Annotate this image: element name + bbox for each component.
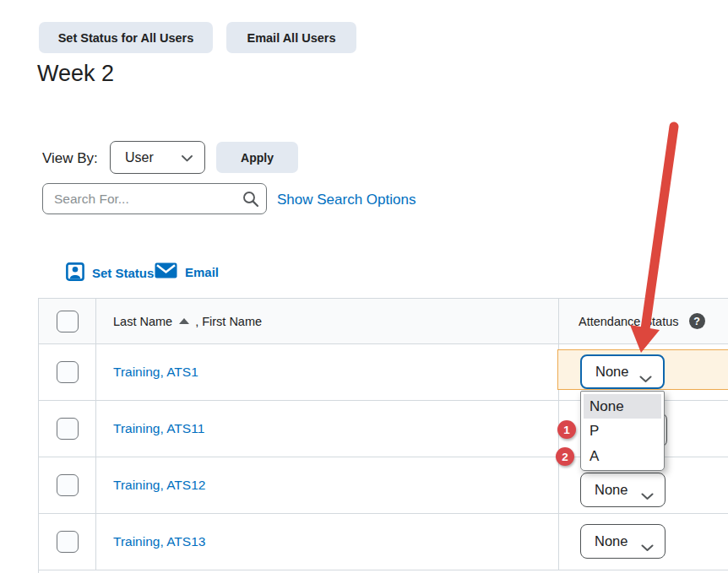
dropdown-option-present[interactable]: P — [581, 419, 664, 444]
show-search-options-link[interactable]: Show Search Options — [277, 192, 416, 208]
chevron-down-icon — [641, 539, 654, 555]
chevron-down-icon — [641, 488, 654, 504]
chevron-down-icon — [182, 150, 193, 165]
attendance-status-select-row3[interactable]: None — [580, 473, 666, 507]
sort-ascending-icon — [179, 318, 189, 324]
search-icon[interactable] — [242, 191, 259, 208]
user-name-link[interactable]: Training, ATS1 — [113, 365, 198, 380]
dropdown-option-none[interactable]: None — [584, 394, 661, 419]
row-checkbox[interactable] — [57, 474, 79, 496]
apply-button[interactable]: Apply — [216, 142, 298, 173]
annotation-step-1-badge: 1 — [557, 420, 576, 439]
envelope-icon — [155, 262, 177, 281]
set-status-all-users-button[interactable]: Set Status for All Users — [39, 22, 213, 53]
view-by-label: View By: — [42, 150, 98, 167]
row-checkbox[interactable] — [57, 361, 79, 383]
user-name-link[interactable]: Training, ATS12 — [113, 478, 205, 493]
row-checkbox[interactable] — [57, 418, 79, 440]
table-header-row: Last Name , First Name Attendance Status… — [39, 299, 728, 344]
last-name-sort-label[interactable]: Last Name — [113, 315, 172, 328]
attendance-register-page: Set Status for All Users Email All Users… — [0, 0, 728, 573]
selected-status-value: None — [595, 482, 627, 498]
status-column-header: Attendance Status ? — [559, 299, 728, 343]
status-dropdown-menu: None P A — [580, 391, 665, 471]
annotation-step-2-badge: 2 — [556, 447, 574, 466]
search-input[interactable] — [43, 184, 236, 214]
page-title: Week 2 — [37, 61, 114, 87]
person-icon — [66, 262, 84, 284]
attendance-status-label: Attendance Status — [579, 315, 679, 328]
email-action-link[interactable]: Email — [155, 262, 219, 281]
user-name-link[interactable]: Training, ATS11 — [113, 421, 204, 436]
selected-status-value: None — [595, 533, 627, 549]
help-icon[interactable]: ? — [689, 313, 705, 329]
view-by-select[interactable]: User — [110, 141, 205, 174]
select-all-checkbox[interactable] — [57, 311, 79, 332]
first-name-label: , First Name — [195, 315, 262, 328]
header-checkbox-cell — [39, 299, 96, 343]
name-column-header[interactable]: Last Name , First Name — [96, 299, 559, 343]
view-by-selected-value: User — [125, 150, 154, 165]
dropdown-option-absent[interactable]: A — [581, 444, 664, 469]
email-action-label: Email — [185, 265, 219, 279]
selected-status-value: None — [595, 364, 628, 380]
chevron-down-icon — [639, 370, 652, 387]
attendance-status-select-row1[interactable]: None — [580, 354, 665, 389]
user-name-link[interactable]: Training, ATS13 — [113, 534, 205, 549]
set-status-action-label: Set Status — [92, 266, 154, 280]
email-all-users-button[interactable]: Email All Users — [226, 22, 356, 53]
set-status-action-link[interactable]: Set Status — [66, 262, 154, 284]
row-checkbox[interactable] — [57, 531, 79, 553]
attendance-status-select-row4[interactable]: None — [580, 524, 666, 559]
search-field — [42, 183, 267, 214]
